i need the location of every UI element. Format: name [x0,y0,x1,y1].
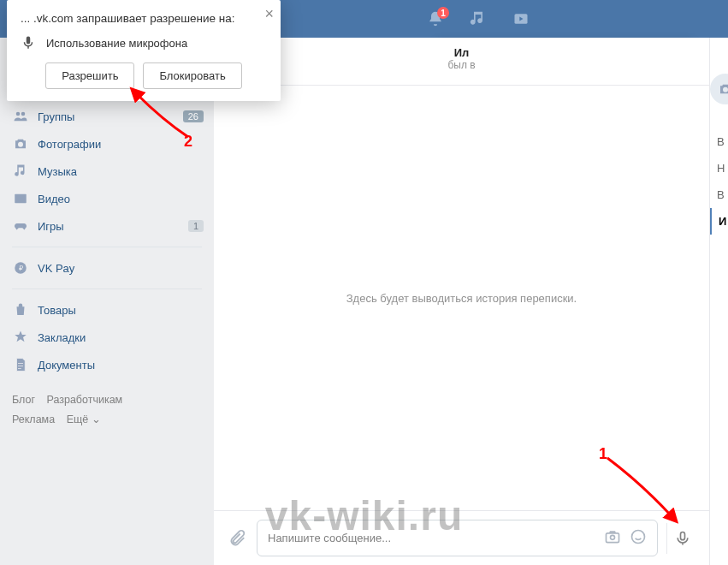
notifications-icon[interactable]: 1 [425,9,446,29]
svg-text:₽: ₽ [19,265,23,272]
svg-point-10 [632,531,645,544]
vkpay-icon: ₽ [12,259,29,277]
message-input[interactable]: Напишите сообщение... [257,520,658,556]
rpanel-tab[interactable]: И [710,208,728,235]
video-icon [12,190,29,207]
chat-header: Ил был в [214,38,709,86]
separator [12,247,202,247]
chat-input-bar: Напишите сообщение... [214,510,709,565]
notification-badge: 1 [437,7,449,19]
permission-dialog: × ... .vk.com запрашивает разрешение на:… [7,0,281,101]
goods-icon [12,301,29,318]
svg-point-3 [16,112,21,116]
annotation-label-2: 2 [184,133,192,151]
sidebar: Сообщения 73 Друзья Группы 26 Фотографии… [0,38,214,565]
svg-rect-8 [607,533,619,543]
video-player-icon[interactable] [511,9,531,29]
footer-dev[interactable]: Разработчикам [47,394,123,406]
permission-title: ... .vk.com запрашивает разрешение на: [21,12,267,25]
sidebar-item-vkpay[interactable]: ₽ VK Pay [0,254,214,282]
groups-icon [12,108,29,125]
footer-links: Блог Разработчикам Реклама Ещё ⌄ [0,378,214,441]
docs-icon [12,356,29,373]
close-icon[interactable]: × [264,5,274,23]
microphone-icon [21,35,36,51]
svg-rect-11 [680,532,684,539]
svg-rect-5 [15,194,27,204]
chat-subtitle: был в [214,59,709,71]
svg-point-9 [611,535,615,539]
allow-button[interactable]: Разрешить [45,62,134,89]
sidebar-item-bookmarks[interactable]: Закладки [0,324,214,351]
rpanel-tab[interactable]: В [710,128,728,155]
chat-empty-text: Здесь будет выводиться история переписки… [346,292,577,305]
sidebar-item-goods[interactable]: Товары [0,296,214,324]
annotation-label-1: 1 [599,445,607,463]
music-player-icon[interactable] [468,9,488,29]
rpanel-tab[interactable]: В [710,181,728,208]
block-button[interactable]: Блокировать [143,62,241,89]
emoji-icon[interactable] [630,528,647,548]
rpanel-tab[interactable]: Н [710,155,728,181]
sidebar-item-groups[interactable]: Группы 26 [0,103,214,130]
microphone-button[interactable] [666,523,697,554]
right-panel: В Н В И [709,38,728,565]
separator [12,288,202,289]
camera-icon[interactable] [604,528,621,548]
sidebar-item-games[interactable]: Игры 1 [0,212,214,240]
footer-more[interactable]: Ещё ⌄ [67,413,101,425]
chat-title: Ил [214,46,709,59]
footer-ads[interactable]: Реклама [12,413,55,425]
games-icon [12,217,29,235]
sidebar-item-docs[interactable]: Документы [0,351,214,378]
profile-camera-icon[interactable] [710,74,728,104]
permission-item: Использование микрофона [46,37,187,50]
bookmarks-icon [12,329,29,346]
footer-blog[interactable]: Блог [12,394,35,406]
chat-body: Здесь будет выводиться история переписки… [214,86,709,510]
sidebar-item-photos[interactable]: Фотографии [0,130,214,158]
music-icon [12,163,29,180]
chat-area: Ил был в Здесь будет выводиться история … [214,38,709,565]
photos-icon [12,135,29,152]
sidebar-item-music[interactable]: Музыка [0,158,214,185]
svg-point-4 [21,112,26,116]
attach-icon[interactable] [226,527,248,550]
sidebar-item-video[interactable]: Видео [0,185,214,212]
